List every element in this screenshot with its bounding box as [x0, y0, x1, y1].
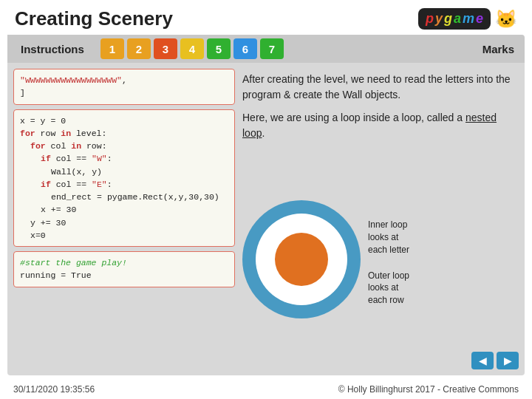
inner-loop-label: Inner loop looks at each letter: [368, 219, 409, 256]
description-text: After creating the level, we need to rea…: [242, 72, 519, 103]
code-level: level:: [71, 129, 106, 138]
tab-4[interactable]: 4: [180, 38, 204, 59]
code-x-reset: x=0: [30, 231, 46, 240]
nested-loop-text: Here, we are using a loop inside a loop,…: [242, 110, 519, 141]
text-panel: After creating the level, we need to rea…: [242, 69, 519, 369]
footer-copyright: © Holly Billinghurst 2017 - Creative Com…: [338, 384, 519, 395]
tab-3[interactable]: 3: [154, 38, 177, 59]
code-indent3-wall: Wall(x, y): [51, 167, 102, 177]
tab-7[interactable]: 7: [260, 38, 284, 59]
tab-2[interactable]: 2: [127, 38, 151, 59]
nav-bar: Instructions 1 2 3 4 5 6 7 Marks: [7, 35, 525, 63]
code-comma: ,: [122, 75, 127, 85]
code-line-xy: x = y = 0: [20, 116, 66, 126]
code-y-inc: y += 30: [30, 218, 66, 228]
outer-loop-label: Outer loop looks at each row: [368, 270, 409, 307]
code-indent2: if col == "W":: [41, 154, 112, 163]
nav-marks-label: Marks: [482, 35, 525, 63]
logo-letter-m: m: [463, 11, 474, 27]
code-indent1: for col in row:: [30, 141, 107, 151]
inner-circle: [275, 233, 328, 286]
back-button[interactable]: ◀: [471, 352, 494, 369]
forward-button[interactable]: ▶: [497, 352, 519, 369]
logo-letter-p: p: [426, 11, 434, 27]
code-bracket: ]: [20, 88, 25, 98]
main-content: "WWWWWWWWWWWWWWWWWW", ] x = y = 0 for ro…: [7, 63, 525, 375]
code-indent2-e: if col == "E":: [41, 180, 112, 189]
code-indent3-rect: end_rect = pygame.Rect(x,y,30,30): [51, 192, 219, 202]
page-title: Creating Scenery: [15, 7, 173, 30]
code-for-kw: for: [20, 129, 35, 138]
diagram-labels: Inner loop looks at each letter Outer lo…: [368, 219, 409, 307]
header: Creating Scenery p y g a m e 🐱: [0, 0, 532, 35]
code-string-1: "WWWWWWWWWWWWWWWWWW": [20, 75, 122, 85]
nested-loop-diagram: [242, 200, 361, 318]
code-block-3: #start the game play! running = True: [13, 251, 235, 287]
code-block-1: "WWWWWWWWWWWWWWWWWW", ]: [13, 69, 235, 105]
page: Creating Scenery p y g a m e 🐱 Instructi…: [0, 0, 532, 399]
logo-cat-icon: 🐱: [495, 9, 517, 30]
code-block-2: x = y = 0 for row in level: for col in r…: [13, 109, 235, 248]
logo-letter-a: a: [454, 11, 461, 27]
logo-letter-y: y: [435, 11, 443, 27]
pygame-logo: p y g a m e: [418, 8, 491, 30]
footer: 30/11/2020 19:35:56 © Holly Billinghurst…: [0, 383, 532, 399]
nav-tabs: 1 2 3 4 5 6 7: [98, 35, 287, 63]
footer-timestamp: 30/11/2020 19:35:56: [13, 384, 95, 395]
logo-letter-g: g: [444, 11, 452, 27]
code-for-row: row: [35, 129, 61, 138]
code-panel: "WWWWWWWWWWWWWWWWWW", ] x = y = 0 for ro…: [13, 69, 235, 369]
tab-1[interactable]: 1: [100, 38, 124, 59]
code-x-inc: x += 30: [41, 205, 76, 214]
diagram-area: Inner loop looks at each letter Outer lo…: [242, 149, 519, 369]
nested-loop-term: nested loop: [242, 112, 497, 139]
code-running: running = True: [20, 270, 92, 280]
diagram-nav: ◀ ▶: [471, 352, 519, 369]
nav-instructions-label: Instructions: [7, 35, 98, 63]
logo-letter-e: e: [476, 11, 483, 27]
code-in-kw: in: [61, 129, 71, 138]
code-comment: #start the game play!: [20, 258, 127, 267]
tab-6[interactable]: 6: [233, 38, 257, 59]
tab-5[interactable]: 5: [207, 38, 231, 59]
